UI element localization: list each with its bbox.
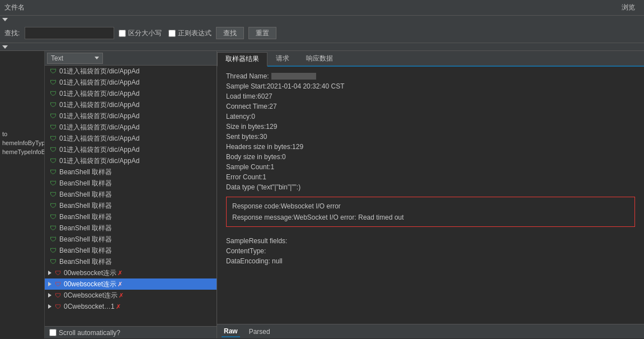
find-button[interactable]: 查找 [216, 27, 244, 39]
tree-item-20[interactable]: 🛡 0Cwebsocket连示 ✗ [45, 290, 217, 301]
tree-item-14[interactable]: 🛡 BeanShell 取样器 [45, 222, 217, 234]
tree-item-9[interactable]: 🛡 BeanShell 取样器 [45, 166, 217, 178]
shield-icon-15: 🛡 [49, 235, 57, 243]
tree-item-19[interactable]: 🛡 00websocket连示 ✗ [45, 278, 217, 290]
tree-item-label-2: 01进入福袋首页/dic/AppAd [59, 89, 139, 99]
tree-item-label-7: 01进入福袋首页/dic/AppAd [59, 145, 139, 155]
tab-request[interactable]: 请求 [267, 51, 298, 66]
case-sensitive-input[interactable] [119, 30, 126, 37]
collapse-row-2[interactable] [0, 43, 644, 51]
shield-icon-8: 🛡 [49, 157, 57, 165]
load-time-row: Load time:6027 [226, 91, 635, 101]
shield-icon-17: 🛡 [49, 258, 57, 266]
tree-item-label-17: BeanShell 取样器 [59, 257, 112, 267]
shield-icon-16: 🛡 [49, 247, 57, 254]
text-dropdown[interactable]: Text [47, 53, 103, 64]
tab-response-data-label: 响应数据 [306, 54, 333, 63]
tree-item-label-9: BeanShell 取样器 [59, 168, 112, 177]
collapse-arrow-1 [2, 18, 8, 21]
left-header: Text [45, 51, 217, 66]
headers-size-row: Headers size in bytes:129 [226, 142, 635, 152]
side-item-theme-type: hemeTypeInfoB [0, 147, 44, 156]
tab-request-label: 请求 [276, 54, 289, 63]
tree-item-12[interactable]: 🛡 BeanShell 取样器 [45, 200, 217, 211]
spacer [226, 231, 635, 236]
shield-icon-4: 🛡 [49, 112, 57, 120]
expand-icon-18[interactable] [47, 271, 53, 275]
connect-time-row: Connect Time:27 [226, 101, 635, 112]
expand-icon-19[interactable] [47, 282, 53, 286]
file-name-label: 文件名 [4, 3, 31, 12]
error-mark-20: ✗ [119, 292, 124, 299]
side-item-to: to [0, 129, 44, 138]
collapse-row-1[interactable] [0, 16, 644, 24]
latency-row: Latency:0 [226, 112, 635, 122]
tree-item-17[interactable]: 🛡 BeanShell 取样器 [45, 256, 217, 267]
tree-item-13[interactable]: 🛡 BeanShell 取样器 [45, 211, 217, 222]
browse-button[interactable]: 浏览 [622, 3, 640, 12]
tree-item-21[interactable]: 🛡 0Cwebsocket…1 ✗ [45, 301, 217, 312]
thread-name-row: Thread Name: [226, 71, 635, 81]
collapse-arrow-2 [2, 45, 8, 49]
reset-button[interactable]: 重置 [248, 27, 276, 39]
tree-item-3[interactable]: 🛡 01进入福袋首页/dic/AppAd [45, 99, 217, 110]
tree-item-16[interactable]: 🛡 BeanShell 取样器 [45, 245, 217, 256]
data-encoding-row: DataEncoding: null [226, 256, 635, 266]
tree-item-label-21: 0Cwebsocket…1 [64, 303, 115, 310]
tree-item-label-20: 0Cwebsocket连示 [64, 291, 117, 300]
expand-icon-21[interactable] [47, 304, 53, 309]
tree-item-label-3: 01进入福袋首页/dic/AppAd [59, 100, 139, 110]
tree-item-label-16: BeanShell 取样器 [59, 246, 112, 256]
tab-response-data[interactable]: 响应数据 [298, 51, 341, 66]
case-sensitive-label: 区分大小写 [128, 29, 162, 38]
shield-icon-0: 🛡 [49, 67, 57, 75]
tree-item-11[interactable]: 🛡 BeanShell 取样器 [45, 189, 217, 200]
side-item-theme-info: hemeInfoByTyp [0, 138, 44, 147]
regex-input[interactable] [168, 30, 176, 37]
shield-icon-13: 🛡 [49, 213, 57, 221]
tree-item-18[interactable]: 🛡 00websocket连示 ✗ [45, 267, 217, 278]
tab-sampler-result[interactable]: 取样器结果 [217, 52, 267, 67]
tree-item-10[interactable]: 🛡 BeanShell 取样器 [45, 178, 217, 189]
sample-count-row: Sample Count:1 [226, 162, 635, 172]
tree-item-label-8: 01进入福袋首页/dic/AppAd [59, 156, 139, 166]
expand-icon-20[interactable] [47, 293, 53, 298]
response-code-row: Response code:Websocket I/O error [232, 201, 629, 212]
regex-label: 正则表达式 [178, 29, 211, 38]
tree-item-7[interactable]: 🛡 01进入福袋首页/dic/AppAd [45, 144, 217, 155]
tree-item-0[interactable]: 🛡 01进入福袋首页/dic/AppAd [45, 66, 217, 77]
tree-item-1[interactable]: 🛡 01进入福袋首页/dic/AppAd [45, 77, 217, 88]
body-size-row: Body size in bytes:0 [226, 152, 635, 162]
tree-item-6[interactable]: 🛡 01进入福袋首页/dic/AppAd [45, 133, 217, 144]
detail-content: Thread Name: Sample Start:2021-01-04 20:… [217, 67, 644, 324]
tree-item-label-5: 01进入福袋首页/dic/AppAd [59, 123, 139, 132]
scroll-auto-checkbox[interactable] [49, 329, 57, 336]
size-bytes-row: Size in bytes:129 [226, 122, 635, 132]
tree-item-label-19: 00websocket连示 [64, 280, 116, 289]
bottom-tab-parsed[interactable]: Parsed [247, 327, 272, 337]
bottom-tab-raw[interactable]: Raw [222, 326, 240, 337]
shield-icon-3: 🛡 [49, 101, 57, 109]
tree-list[interactable]: 🛡 01进入福袋首页/dic/AppAd 🛡 01进入福袋首页/dic/AppA… [45, 66, 217, 326]
tree-item-4[interactable]: 🛡 01进入福袋首页/dic/AppAd [45, 110, 217, 122]
dropdown-arrow-icon [95, 57, 99, 59]
search-label: 查找: [4, 29, 20, 38]
sample-result-fields-row: SampleResult fields: [226, 236, 635, 246]
case-sensitive-checkbox[interactable]: 区分大小写 [119, 29, 162, 38]
thread-name-label: Thread Name: [226, 71, 269, 81]
tree-item-label-14: BeanShell 取样器 [59, 224, 112, 233]
tree-item-2[interactable]: 🛡 01进入福袋首页/dic/AppAd [45, 88, 217, 99]
shield-red-icon-18: 🛡 [54, 269, 62, 277]
tree-item-8[interactable]: 🛡 01进入福袋首页/dic/AppAd [45, 155, 217, 166]
shield-icon-7: 🛡 [49, 146, 57, 154]
error-mark-21: ✗ [116, 303, 121, 310]
tree-item-5[interactable]: 🛡 01进入福袋首页/dic/AppAd [45, 122, 217, 133]
search-input[interactable] [25, 27, 114, 39]
error-mark-19: ✗ [117, 281, 123, 288]
regex-checkbox[interactable]: 正则表达式 [168, 29, 211, 38]
thread-name-value [271, 73, 316, 80]
error-mark-18: ✗ [117, 270, 123, 277]
right-panel: 取样器结果 请求 响应数据 Thread Name: Sample Start:… [217, 51, 644, 338]
shield-red-icon-21: 🛡 [54, 303, 62, 310]
tree-item-15[interactable]: 🛡 BeanShell 取样器 [45, 234, 217, 245]
